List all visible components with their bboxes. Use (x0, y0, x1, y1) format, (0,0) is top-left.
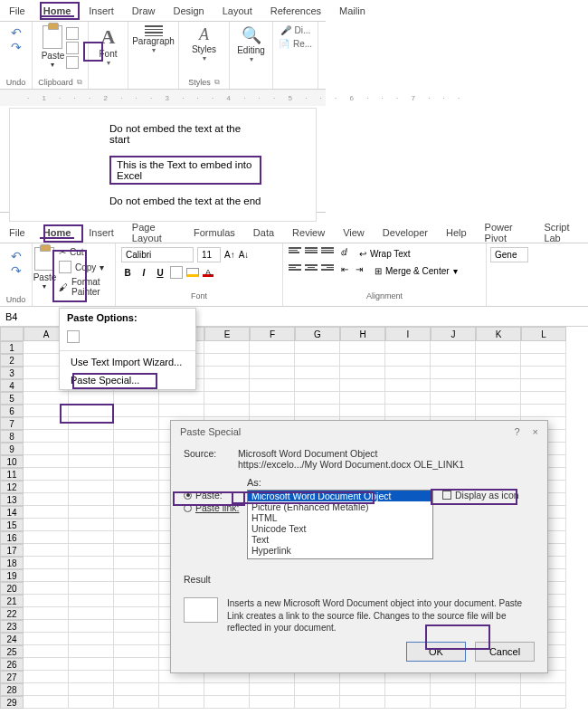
cut-icon[interactable] (66, 27, 79, 40)
cell[interactable] (24, 544, 69, 557)
row-header[interactable]: 3 (0, 367, 24, 379)
tab-power-pivot[interactable]: Power Pivot (476, 222, 536, 243)
row-header[interactable]: 10 (0, 455, 24, 468)
col-header[interactable]: L (521, 327, 566, 341)
cell[interactable] (69, 519, 114, 531)
orientation-icon[interactable]: ⅆ (341, 247, 347, 261)
row-header[interactable]: 16 (0, 531, 24, 544)
tab-insert-excel[interactable]: Insert (80, 227, 123, 238)
select-all[interactable] (0, 327, 24, 341)
cell[interactable] (69, 582, 114, 595)
list-item[interactable]: Text (248, 534, 432, 545)
cell[interactable] (24, 519, 69, 531)
cell[interactable] (340, 379, 385, 392)
cell[interactable] (69, 557, 114, 569)
cell[interactable] (431, 341, 476, 354)
cell[interactable] (431, 405, 476, 417)
cell[interactable] (385, 379, 431, 392)
cell[interactable] (385, 696, 431, 709)
align-left-icon[interactable] (289, 264, 301, 278)
underline-button[interactable]: U (154, 268, 166, 278)
cell[interactable] (24, 696, 69, 709)
row-header[interactable]: 9 (0, 443, 24, 455)
cell[interactable] (250, 341, 295, 354)
launcher-icon[interactable]: ⧉ (214, 78, 220, 87)
paragraph-icon[interactable] (145, 25, 163, 36)
row-header[interactable]: 17 (0, 544, 24, 557)
cell[interactable] (204, 367, 250, 379)
tab-draw[interactable]: Draw (123, 5, 165, 16)
fill-color-button[interactable] (186, 268, 199, 277)
cell[interactable] (340, 696, 385, 709)
reuse-icon[interactable]: 📄 (279, 39, 289, 49)
align-middle-icon[interactable] (305, 247, 318, 261)
col-header[interactable]: J (431, 327, 476, 341)
cell[interactable] (431, 354, 476, 367)
cell[interactable] (340, 683, 385, 696)
cell[interactable] (114, 683, 159, 696)
cell[interactable] (385, 392, 431, 405)
align-center-icon[interactable] (305, 264, 318, 278)
tab-insert[interactable]: Insert (80, 5, 123, 16)
launcher-icon[interactable]: ⧉ (77, 78, 82, 87)
cell[interactable] (204, 405, 250, 417)
cell[interactable] (114, 493, 159, 506)
cell[interactable] (295, 392, 340, 405)
cell[interactable] (114, 443, 159, 455)
cell[interactable] (476, 341, 521, 354)
cell[interactable] (204, 392, 250, 405)
cell[interactable] (24, 481, 69, 493)
row-header[interactable]: 27 (0, 671, 24, 683)
list-item[interactable]: Unicode Text (248, 523, 432, 534)
cell[interactable] (295, 379, 340, 392)
cell[interactable] (69, 607, 114, 620)
cell[interactable] (431, 696, 476, 709)
number-format-select[interactable]: Gene (490, 247, 528, 262)
format-painter-button[interactable]: 🖌Format Painter (59, 277, 113, 297)
indent-increase-icon[interactable]: ⇥ (356, 264, 363, 278)
undo-icon[interactable]: ↶ (11, 249, 22, 263)
cell[interactable] (250, 405, 295, 417)
tab-review[interactable]: Review (283, 227, 334, 238)
cell[interactable] (295, 367, 340, 379)
cell[interactable] (476, 683, 521, 696)
cell[interactable] (24, 392, 69, 405)
cell[interactable] (295, 696, 340, 709)
cell[interactable] (24, 493, 69, 506)
cell[interactable] (24, 582, 69, 595)
cell[interactable] (69, 430, 114, 443)
cell[interactable] (521, 341, 566, 354)
cell[interactable] (431, 392, 476, 405)
cell[interactable] (69, 468, 114, 481)
dictate-icon[interactable]: 🎤 (280, 25, 291, 35)
cell[interactable] (295, 683, 340, 696)
cell[interactable] (521, 367, 566, 379)
cell[interactable] (69, 405, 114, 417)
row-header[interactable]: 8 (0, 430, 24, 443)
cell[interactable] (476, 405, 521, 417)
row-header[interactable]: 15 (0, 519, 24, 531)
tab-home[interactable]: Home (34, 5, 81, 16)
tab-page-layout[interactable]: Page Layout (123, 222, 185, 243)
cell[interactable] (114, 544, 159, 557)
cell[interactable] (69, 633, 114, 645)
tab-mailings[interactable]: Mailin (330, 5, 375, 16)
close-icon[interactable]: × (533, 426, 538, 437)
cell[interactable] (340, 341, 385, 354)
cell[interactable] (114, 430, 159, 443)
cell[interactable] (24, 633, 69, 645)
row-header[interactable]: 2 (0, 354, 24, 367)
cell[interactable] (431, 683, 476, 696)
cell[interactable] (114, 417, 159, 430)
cell[interactable] (385, 683, 431, 696)
cell[interactable] (69, 595, 114, 607)
cell[interactable] (295, 354, 340, 367)
cell[interactable] (24, 671, 69, 683)
redo-icon[interactable]: ↷ (11, 263, 22, 278)
align-bottom-icon[interactable] (321, 247, 334, 261)
cell[interactable] (159, 683, 204, 696)
cell[interactable] (385, 367, 431, 379)
cell[interactable] (114, 645, 159, 658)
col-header[interactable]: I (385, 327, 431, 341)
undo-icon[interactable]: ↶ (11, 25, 22, 40)
